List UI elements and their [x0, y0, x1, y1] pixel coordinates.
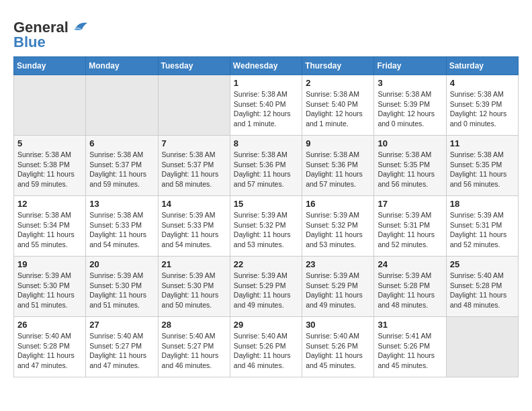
day-number: 4 [450, 78, 515, 88]
calendar-cell: 21Sunrise: 5:39 AM Sunset: 5:30 PM Dayli… [158, 257, 230, 317]
weekday-sunday: Sunday [14, 57, 86, 75]
day-info: Sunrise: 5:40 AM Sunset: 5:28 PM Dayligh… [450, 271, 515, 310]
day-number: 3 [378, 78, 442, 88]
day-number: 24 [378, 259, 442, 269]
day-info: Sunrise: 5:38 AM Sunset: 5:36 PM Dayligh… [306, 150, 370, 189]
day-info: Sunrise: 5:38 AM Sunset: 5:34 PM Dayligh… [17, 210, 82, 250]
day-info: Sunrise: 5:40 AM Sunset: 5:28 PM Dayligh… [17, 331, 82, 371]
calendar-cell [14, 75, 86, 136]
calendar-cell: 7Sunrise: 5:38 AM Sunset: 5:37 PM Daylig… [158, 136, 230, 196]
logo-blue: Blue [13, 34, 46, 51]
day-number: 1 [234, 78, 298, 88]
calendar-cell: 16Sunrise: 5:39 AM Sunset: 5:32 PM Dayli… [302, 196, 374, 257]
day-number: 2 [306, 78, 370, 88]
day-info: Sunrise: 5:38 AM Sunset: 5:39 PM Dayligh… [378, 89, 442, 129]
day-number: 28 [162, 320, 226, 330]
calendar-cell: 28Sunrise: 5:40 AM Sunset: 5:27 PM Dayli… [158, 317, 230, 377]
day-number: 14 [162, 199, 226, 209]
calendar-cell [86, 75, 158, 136]
calendar-cell: 5Sunrise: 5:38 AM Sunset: 5:38 PM Daylig… [14, 136, 86, 196]
day-number: 7 [162, 138, 226, 148]
day-number: 8 [234, 138, 298, 148]
calendar-cell: 2Sunrise: 5:38 AM Sunset: 5:40 PM Daylig… [302, 75, 374, 136]
calendar-cell: 27Sunrise: 5:40 AM Sunset: 5:27 PM Dayli… [86, 317, 158, 377]
day-info: Sunrise: 5:38 AM Sunset: 5:38 PM Dayligh… [17, 150, 82, 189]
day-number: 11 [450, 138, 515, 148]
calendar-cell: 8Sunrise: 5:38 AM Sunset: 5:36 PM Daylig… [230, 136, 302, 196]
day-info: Sunrise: 5:38 AM Sunset: 5:33 PM Dayligh… [89, 210, 154, 250]
day-info: Sunrise: 5:38 AM Sunset: 5:35 PM Dayligh… [378, 150, 442, 189]
page-header: General Blue [13, 16, 519, 51]
calendar-week-5: 26Sunrise: 5:40 AM Sunset: 5:28 PM Dayli… [14, 317, 519, 377]
day-info: Sunrise: 5:38 AM Sunset: 5:37 PM Dayligh… [162, 150, 226, 189]
day-number: 21 [162, 259, 226, 269]
calendar-cell: 26Sunrise: 5:40 AM Sunset: 5:28 PM Dayli… [14, 317, 86, 377]
day-info: Sunrise: 5:39 AM Sunset: 5:31 PM Dayligh… [378, 210, 442, 250]
day-number: 5 [17, 138, 82, 148]
day-number: 13 [89, 199, 154, 209]
day-number: 6 [89, 138, 154, 148]
calendar-cell [158, 75, 230, 136]
calendar-week-2: 5Sunrise: 5:38 AM Sunset: 5:38 PM Daylig… [14, 136, 519, 196]
day-info: Sunrise: 5:38 AM Sunset: 5:39 PM Dayligh… [450, 89, 515, 129]
day-info: Sunrise: 5:39 AM Sunset: 5:33 PM Dayligh… [162, 210, 226, 250]
weekday-wednesday: Wednesday [230, 57, 302, 75]
day-number: 16 [306, 199, 370, 209]
logo: General Blue [13, 19, 89, 51]
calendar-header: SundayMondayTuesdayWednesdayThursdayFrid… [14, 57, 519, 75]
calendar-week-3: 12Sunrise: 5:38 AM Sunset: 5:34 PM Dayli… [14, 196, 519, 257]
calendar-cell: 23Sunrise: 5:39 AM Sunset: 5:29 PM Dayli… [302, 257, 374, 317]
calendar-cell: 11Sunrise: 5:38 AM Sunset: 5:35 PM Dayli… [446, 136, 518, 196]
day-info: Sunrise: 5:40 AM Sunset: 5:27 PM Dayligh… [89, 331, 154, 371]
day-number: 23 [306, 259, 370, 269]
calendar-cell: 12Sunrise: 5:38 AM Sunset: 5:34 PM Dayli… [14, 196, 86, 257]
calendar-cell: 29Sunrise: 5:40 AM Sunset: 5:26 PM Dayli… [230, 317, 302, 377]
calendar-cell: 17Sunrise: 5:39 AM Sunset: 5:31 PM Dayli… [374, 196, 446, 257]
day-number: 31 [378, 320, 442, 330]
day-info: Sunrise: 5:39 AM Sunset: 5:30 PM Dayligh… [17, 271, 82, 310]
calendar-cell: 22Sunrise: 5:39 AM Sunset: 5:29 PM Dayli… [230, 257, 302, 317]
calendar-cell: 9Sunrise: 5:38 AM Sunset: 5:36 PM Daylig… [302, 136, 374, 196]
day-number: 12 [17, 199, 82, 209]
day-info: Sunrise: 5:39 AM Sunset: 5:28 PM Dayligh… [378, 271, 442, 310]
day-number: 17 [378, 199, 442, 209]
day-number: 18 [450, 199, 515, 209]
logo-bird-icon [70, 20, 89, 35]
weekday-thursday: Thursday [302, 57, 374, 75]
calendar-cell: 18Sunrise: 5:39 AM Sunset: 5:31 PM Dayli… [446, 196, 518, 257]
weekday-friday: Friday [374, 57, 446, 75]
calendar-cell: 15Sunrise: 5:39 AM Sunset: 5:32 PM Dayli… [230, 196, 302, 257]
calendar-week-1: 1Sunrise: 5:38 AM Sunset: 5:40 PM Daylig… [14, 75, 519, 136]
day-number: 19 [17, 259, 82, 269]
calendar-cell: 4Sunrise: 5:38 AM Sunset: 5:39 PM Daylig… [446, 75, 518, 136]
calendar-cell: 30Sunrise: 5:40 AM Sunset: 5:26 PM Dayli… [302, 317, 374, 377]
calendar-cell: 10Sunrise: 5:38 AM Sunset: 5:35 PM Dayli… [374, 136, 446, 196]
calendar-cell: 13Sunrise: 5:38 AM Sunset: 5:33 PM Dayli… [86, 196, 158, 257]
day-number: 20 [89, 259, 154, 269]
weekday-saturday: Saturday [446, 57, 518, 75]
day-info: Sunrise: 5:39 AM Sunset: 5:29 PM Dayligh… [306, 271, 370, 310]
day-info: Sunrise: 5:39 AM Sunset: 5:29 PM Dayligh… [234, 271, 298, 310]
day-number: 10 [378, 138, 442, 148]
day-info: Sunrise: 5:38 AM Sunset: 5:36 PM Dayligh… [234, 150, 298, 189]
calendar-cell: 1Sunrise: 5:38 AM Sunset: 5:40 PM Daylig… [230, 75, 302, 136]
day-info: Sunrise: 5:39 AM Sunset: 5:30 PM Dayligh… [89, 271, 154, 310]
day-info: Sunrise: 5:38 AM Sunset: 5:37 PM Dayligh… [89, 150, 154, 189]
day-info: Sunrise: 5:38 AM Sunset: 5:35 PM Dayligh… [450, 150, 515, 189]
day-number: 25 [450, 259, 515, 269]
weekday-header-row: SundayMondayTuesdayWednesdayThursdayFrid… [14, 57, 519, 75]
calendar-cell [446, 317, 518, 377]
calendar-cell: 3Sunrise: 5:38 AM Sunset: 5:39 PM Daylig… [374, 75, 446, 136]
calendar-cell: 6Sunrise: 5:38 AM Sunset: 5:37 PM Daylig… [86, 136, 158, 196]
day-info: Sunrise: 5:40 AM Sunset: 5:26 PM Dayligh… [234, 331, 298, 371]
day-info: Sunrise: 5:40 AM Sunset: 5:27 PM Dayligh… [162, 331, 226, 371]
calendar-cell: 24Sunrise: 5:39 AM Sunset: 5:28 PM Dayli… [374, 257, 446, 317]
calendar-cell: 14Sunrise: 5:39 AM Sunset: 5:33 PM Dayli… [158, 196, 230, 257]
day-number: 22 [234, 259, 298, 269]
day-info: Sunrise: 5:38 AM Sunset: 5:40 PM Dayligh… [306, 89, 370, 129]
day-number: 26 [17, 320, 82, 330]
day-info: Sunrise: 5:39 AM Sunset: 5:32 PM Dayligh… [234, 210, 298, 250]
calendar-cell: 31Sunrise: 5:41 AM Sunset: 5:26 PM Dayli… [374, 317, 446, 377]
day-number: 30 [306, 320, 370, 330]
day-info: Sunrise: 5:39 AM Sunset: 5:30 PM Dayligh… [162, 271, 226, 310]
